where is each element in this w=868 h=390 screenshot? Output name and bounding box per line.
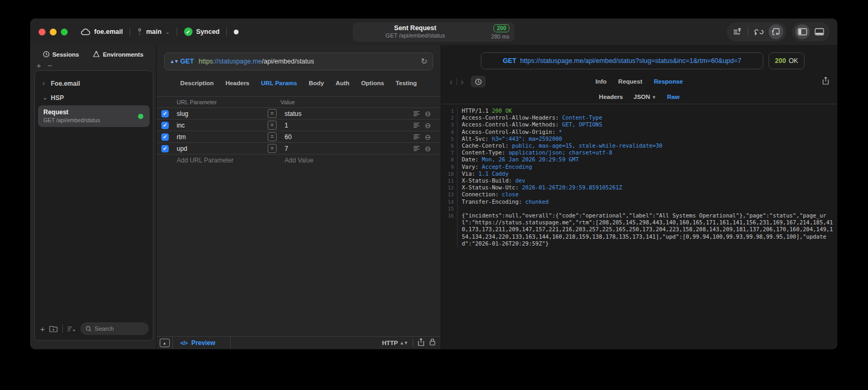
request-method[interactable]: GET xyxy=(180,58,194,65)
history-clock-button[interactable] xyxy=(471,76,486,87)
protocol-selector[interactable]: HTTP ▲▼ xyxy=(382,340,408,346)
collapse-panel-button[interactable]: ▲ xyxy=(157,337,173,349)
line-number: 4 xyxy=(441,129,458,135)
response-tab-info[interactable]: Info xyxy=(596,78,607,85)
search-input[interactable]: Search xyxy=(80,322,149,335)
line-number: 11 xyxy=(441,177,458,184)
branch-name[interactable]: main xyxy=(146,28,161,35)
sync-status[interactable]: Synced xyxy=(196,28,220,35)
request-footer-bar: ▲ </> Preview HTTP ▲▼ xyxy=(157,336,441,349)
tree-item-foe-email[interactable]: › Foe.email xyxy=(35,76,153,90)
param-name-input[interactable]: slug xyxy=(175,110,268,117)
history-back-icon[interactable]: ‹ xyxy=(450,77,453,86)
toggle-bottom-panel-icon[interactable] xyxy=(812,24,827,39)
text-options-icon[interactable] xyxy=(413,146,425,151)
param-checkbox[interactable]: ✓ xyxy=(161,133,169,141)
text-options-icon[interactable] xyxy=(413,111,425,116)
response-body[interactable]: 1HTTP/1.1 200 OK2Access-Control-Allow-He… xyxy=(441,104,837,349)
add-session-button[interactable]: + xyxy=(36,61,41,70)
share-icon[interactable] xyxy=(418,338,424,348)
column-header-value: Value xyxy=(280,99,413,105)
preview-button[interactable]: </> Preview xyxy=(173,337,231,349)
zoom-window-button[interactable] xyxy=(61,29,68,35)
request-tab-testing[interactable]: Testing xyxy=(396,80,417,86)
response-subtab-json[interactable]: JSON▼ xyxy=(634,94,656,100)
response-subtab-raw[interactable]: Raw xyxy=(667,94,680,100)
response-url-text: https://statuspage.me/api/embed/status?s… xyxy=(520,57,741,65)
remove-param-icon[interactable]: ⊖ xyxy=(425,110,441,118)
request-tab-body[interactable]: Body xyxy=(309,80,324,86)
request-duration: 280 ms xyxy=(491,33,509,40)
remove-param-icon[interactable]: ⊖ xyxy=(425,121,441,130)
response-line: 3Access-Control-Allow-Methods: GET, OPTI… xyxy=(441,121,837,128)
param-value-input[interactable]: status xyxy=(280,110,413,117)
tab-sessions[interactable]: Sessions xyxy=(43,51,79,58)
add-param-row[interactable]: Add URL Parameter Add Value xyxy=(157,155,441,166)
param-name-input[interactable]: upd xyxy=(175,145,268,152)
response-subtab-headers[interactable]: Headers xyxy=(599,94,623,100)
export-queue-icon[interactable] xyxy=(730,24,745,39)
project-name[interactable]: foe.email xyxy=(94,28,123,35)
dropdown-chevron-icon: ▼ xyxy=(652,95,656,100)
chevron-right-icon[interactable]: › xyxy=(43,80,47,86)
divider xyxy=(748,27,748,37)
request-url[interactable]: https://statuspage.me/api/embed/status xyxy=(199,58,314,65)
param-checkbox[interactable]: ✓ xyxy=(161,122,169,129)
text-options-icon[interactable] xyxy=(413,134,425,140)
request-tab-headers[interactable]: Headers xyxy=(225,80,249,86)
app-window: foe.email main ⌄ ✓ Synced Sent Request G… xyxy=(30,19,837,349)
request-tab-description[interactable]: Description xyxy=(180,80,214,86)
sort-filter-icon[interactable] xyxy=(67,325,76,332)
param-value-input[interactable]: 1 xyxy=(280,122,413,129)
response-line: 14Transfer-Encoding: chunked xyxy=(441,198,837,205)
add-param-name-placeholder[interactable]: Add URL Parameter xyxy=(175,157,268,164)
param-checkbox[interactable]: ✓ xyxy=(161,145,169,152)
column-header-name: URL Parameter xyxy=(175,99,268,105)
sync-loop-icon[interactable] xyxy=(752,24,766,39)
remove-param-icon[interactable]: ⊖ xyxy=(425,133,441,141)
response-tab-response[interactable]: Response xyxy=(654,78,683,85)
request-url-bar[interactable]: ▲▼ GET https://statuspage.me/api/embed/s… xyxy=(164,52,433,70)
request-tab-auth[interactable]: Auth xyxy=(335,80,349,86)
resend-icon[interactable]: ↻ xyxy=(421,57,427,66)
request-tab-url-params[interactable]: URL Params xyxy=(261,80,297,86)
export-response-icon[interactable] xyxy=(823,77,829,87)
sent-request-pill[interactable]: Sent Request GET /api/embed/status 200 2… xyxy=(353,22,515,42)
add-request-button[interactable]: + xyxy=(40,324,45,333)
remove-param-icon[interactable]: ⊖ xyxy=(425,144,441,153)
param-value-input[interactable]: 60 xyxy=(280,133,413,141)
response-line: 8Date: Mon, 26 Jan 2026 20:29:59 GMT xyxy=(441,156,837,163)
request-list-item-selected[interactable]: Request GET /api/embed/status xyxy=(38,105,150,127)
tab-environments[interactable]: Environments xyxy=(93,51,143,58)
lock-icon[interactable] xyxy=(430,338,435,348)
line-number: 6 xyxy=(441,142,458,149)
add-param-value-placeholder[interactable]: Add Value xyxy=(280,157,413,164)
resend-request-icon[interactable] xyxy=(769,24,783,39)
text-options-icon[interactable] xyxy=(413,122,425,128)
sent-request-subtitle: GET /api/embed/status xyxy=(386,32,445,40)
response-line: 11X-Status-Build: dev xyxy=(441,177,837,184)
remove-session-button[interactable]: − xyxy=(48,61,52,70)
response-url-display[interactable]: GET https://statuspage.me/api/embed/stat… xyxy=(481,52,763,69)
response-line: 13Connection: close xyxy=(441,191,837,198)
param-name-input[interactable]: rtm xyxy=(175,133,268,141)
status-badge: 200 xyxy=(494,24,509,32)
line-number: 5 xyxy=(441,135,458,142)
request-tab-options[interactable]: Options xyxy=(361,80,384,86)
history-forward-icon[interactable]: › xyxy=(461,77,464,86)
chevron-down-icon[interactable]: ⌄ xyxy=(43,95,47,101)
new-folder-icon[interactable] xyxy=(49,325,58,332)
param-value-input[interactable]: 7 xyxy=(280,145,413,152)
close-window-button[interactable] xyxy=(39,29,45,35)
param-row-rtm: ✓rtm=60⊖ xyxy=(157,131,441,143)
param-name-input[interactable]: inc xyxy=(175,122,268,129)
param-checkbox[interactable]: ✓ xyxy=(161,110,169,117)
tree-item-hsp[interactable]: ⌄ HSP xyxy=(35,90,153,105)
divider xyxy=(226,28,227,36)
traffic-lights xyxy=(39,29,68,35)
response-tab-request[interactable]: Request xyxy=(618,78,642,85)
minimize-window-button[interactable] xyxy=(50,29,57,35)
method-stepper-icon[interactable]: ▲▼ xyxy=(170,59,178,64)
toggle-left-panel-icon[interactable] xyxy=(795,24,810,39)
chevron-down-icon[interactable]: ⌄ xyxy=(165,29,169,35)
